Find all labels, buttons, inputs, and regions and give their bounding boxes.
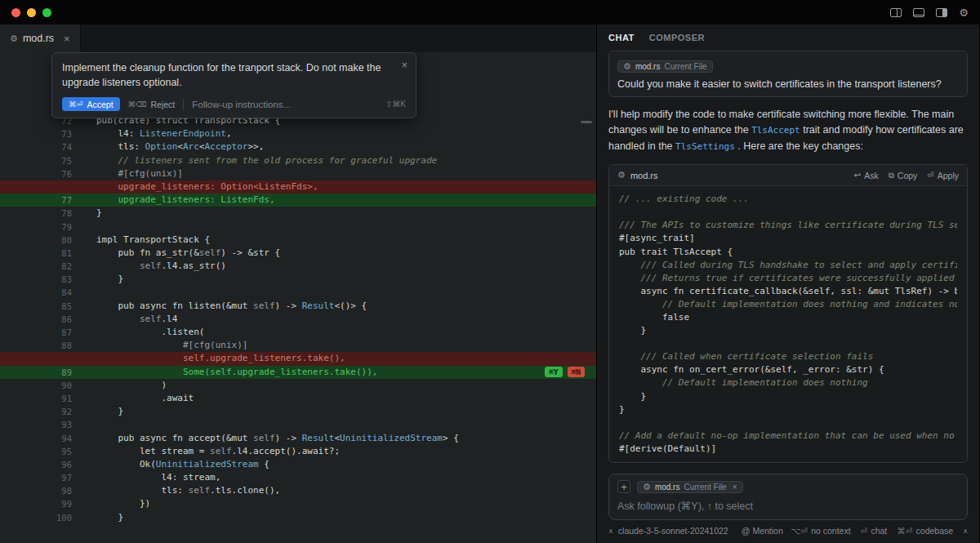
input-context-pill[interactable]: ⚙ mod.rs Current File × bbox=[637, 481, 743, 493]
code-line[interactable]: tls: Option<Arc<Acceptor>>, bbox=[85, 140, 264, 154]
diff-reject-badge[interactable]: ⌘N bbox=[568, 367, 585, 377]
toggle-sidebar-icon[interactable] bbox=[936, 8, 947, 17]
code-text: ) bbox=[96, 380, 167, 390]
toggle-panel-icon[interactable] bbox=[913, 8, 924, 17]
followup-instructions-input[interactable]: Follow-up instructions... bbox=[192, 100, 291, 109]
code-text: < bbox=[177, 141, 183, 152]
diff-badges: ⌘Y⌘N bbox=[545, 367, 585, 377]
model-selector[interactable]: claude-3-5-sonnet-20241022 bbox=[618, 526, 728, 536]
maximize-window-button[interactable] bbox=[42, 8, 51, 17]
prompt-close-icon[interactable]: × bbox=[401, 59, 408, 71]
chat-input-box[interactable]: + ⚙ mod.rs Current File × Ask followup (… bbox=[608, 474, 968, 520]
code-line[interactable]: Ok(UninitializedStream { bbox=[85, 458, 270, 471]
line-number: 84 bbox=[0, 286, 85, 299]
assistant-message: I'll help modify the code to make certif… bbox=[608, 107, 968, 154]
code-line[interactable]: } bbox=[85, 273, 123, 286]
editor-line: 74 tls: Option<Arc<Acceptor>>, bbox=[0, 140, 596, 154]
codebase-button[interactable]: ⌘⏎codebase bbox=[897, 526, 953, 536]
code-line[interactable]: self.l4.as_str() bbox=[85, 260, 226, 273]
reject-button[interactable]: ⌘⌫ Reject bbox=[128, 100, 176, 109]
apply-button[interactable]: ⏎Apply bbox=[927, 171, 959, 180]
code-text: self.upgrade_listeners.take(), bbox=[96, 353, 345, 363]
line-number: 79 bbox=[0, 220, 85, 234]
code-text: self bbox=[253, 300, 275, 311]
code-block-line bbox=[619, 206, 957, 219]
code-text: .tls.clone(), bbox=[210, 485, 280, 496]
code-line[interactable]: }) bbox=[85, 497, 150, 510]
line-number: 88 bbox=[0, 339, 85, 352]
mention-button[interactable]: @ Mention bbox=[742, 526, 783, 536]
code-line[interactable]: self.upgrade_listeners.take(), bbox=[85, 352, 345, 365]
code-line[interactable]: pub fn as_str(&self) -> &str { bbox=[85, 247, 280, 260]
app-window: ⚙ ⚙ mod.rs × Implement the cleanup funct… bbox=[0, 0, 980, 543]
code-line[interactable]: } bbox=[85, 405, 123, 418]
code-line[interactable]: .await bbox=[85, 392, 194, 405]
code-line[interactable]: l4: stream, bbox=[85, 471, 220, 484]
code-text: // listeners sent from the old process f… bbox=[96, 155, 437, 166]
chat-button[interactable]: ⏎chat bbox=[861, 526, 888, 536]
split-editor-icon[interactable] bbox=[890, 8, 902, 17]
chat-tab-bar: CHAT COMPOSER bbox=[608, 24, 968, 51]
close-window-button[interactable] bbox=[11, 8, 20, 17]
tab-close-icon[interactable]: × bbox=[64, 33, 70, 45]
code-text: #[async_trait] bbox=[619, 233, 695, 243]
code-line[interactable]: l4: ListenerEndpoint, bbox=[85, 127, 232, 140]
context-pill[interactable]: ⚙ mod.rs Current File bbox=[617, 60, 713, 73]
code-line[interactable]: } bbox=[85, 207, 102, 220]
status-shortcuts: ⌥⏎no context⏎chat⌘⏎codebase∧ bbox=[791, 526, 968, 536]
editor-line: 87 .listen( bbox=[0, 326, 596, 339]
code-text: pub trait TlsAccept { bbox=[619, 247, 733, 257]
code-line[interactable]: upgrade_listeners: Option<ListenFds>, bbox=[85, 180, 318, 194]
editor-line: 79 bbox=[0, 220, 596, 234]
editor-line: 85 pub async fn listen(&mut self) -> Res… bbox=[0, 300, 596, 313]
copy-button[interactable]: ⧉Copy bbox=[889, 171, 918, 180]
minimize-window-button[interactable] bbox=[27, 8, 36, 17]
code-line[interactable]: let stream = self.l4.accept().await?; bbox=[85, 445, 340, 458]
remove-context-icon[interactable]: × bbox=[733, 483, 737, 492]
code-block-line: /// Returns true if certificates were su… bbox=[619, 272, 957, 285]
editor-line: 75 // listeners sent from the old proces… bbox=[0, 154, 596, 167]
code-line[interactable] bbox=[85, 286, 96, 299]
editor-line: upgrade_listeners: Option<ListenFds>, bbox=[0, 180, 596, 194]
code-text: false bbox=[619, 312, 689, 323]
editor-line: 94 pub async fn accept(&mut self) -> Res… bbox=[0, 432, 596, 445]
code-line[interactable]: ) bbox=[85, 379, 167, 392]
code-line[interactable]: impl TransportStack { bbox=[85, 234, 210, 247]
code-line[interactable]: #[cfg(unix)] bbox=[85, 339, 247, 352]
code-block-line: } bbox=[619, 390, 957, 403]
diff-accept-badge[interactable]: ⌘Y bbox=[545, 367, 562, 377]
code-line[interactable]: // listeners sent from the old process f… bbox=[85, 154, 437, 167]
code-line[interactable]: .listen( bbox=[85, 326, 204, 339]
accept-shortcut: ⌘⏎ bbox=[69, 100, 82, 109]
settings-gear-icon[interactable]: ⚙ bbox=[959, 7, 969, 18]
code-line[interactable]: pub async fn listen(&mut self) -> Result… bbox=[85, 300, 367, 313]
line-number: 87 bbox=[0, 326, 85, 339]
shortcut-label: codebase bbox=[916, 526, 954, 536]
code-line[interactable]: Some(self.upgrade_listeners.take()), bbox=[85, 366, 377, 379]
line-number: 76 bbox=[0, 167, 85, 180]
code-line[interactable] bbox=[85, 220, 96, 234]
horizontal-scrollbar[interactable] bbox=[581, 121, 592, 123]
tab-chat[interactable]: CHAT bbox=[608, 33, 635, 42]
code-line[interactable] bbox=[85, 418, 96, 431]
tab-mod-rs[interactable]: ⚙ mod.rs × bbox=[0, 24, 81, 52]
code-line[interactable]: pub async fn accept(&mut self) -> Result… bbox=[85, 432, 459, 445]
tab-composer[interactable]: COMPOSER bbox=[649, 33, 705, 42]
apply-icon: ⏎ bbox=[927, 171, 933, 180]
line-number: 85 bbox=[0, 300, 85, 313]
editor-line: 99 }) bbox=[0, 497, 596, 510]
add-context-button[interactable]: + bbox=[617, 480, 630, 493]
no-context-button[interactable]: ⌥⏎no context bbox=[791, 526, 850, 536]
code-editor[interactable]: 72pub(crate) struct TransportStack {73 l… bbox=[0, 114, 596, 524]
accept-button[interactable]: ⌘⏎ Accept bbox=[62, 97, 120, 111]
code-line[interactable]: self.l4 bbox=[85, 313, 177, 326]
code-text: // Default implementation does nothing a… bbox=[619, 299, 957, 309]
ask-button[interactable]: ↩Ask bbox=[854, 171, 879, 180]
code-line[interactable]: upgrade_listeners: ListenFds, bbox=[85, 194, 275, 207]
code-line[interactable]: tls: self.tls.clone(), bbox=[85, 484, 280, 497]
code-line[interactable]: } bbox=[85, 511, 123, 524]
code-line[interactable]: #[cfg(unix)] bbox=[85, 167, 183, 180]
chat-messages: ⚙ mod.rs Current File Could you make it … bbox=[608, 51, 968, 465]
code-block-line: // Default implementation does nothing a… bbox=[619, 298, 957, 311]
line-number: 82 bbox=[0, 260, 85, 273]
